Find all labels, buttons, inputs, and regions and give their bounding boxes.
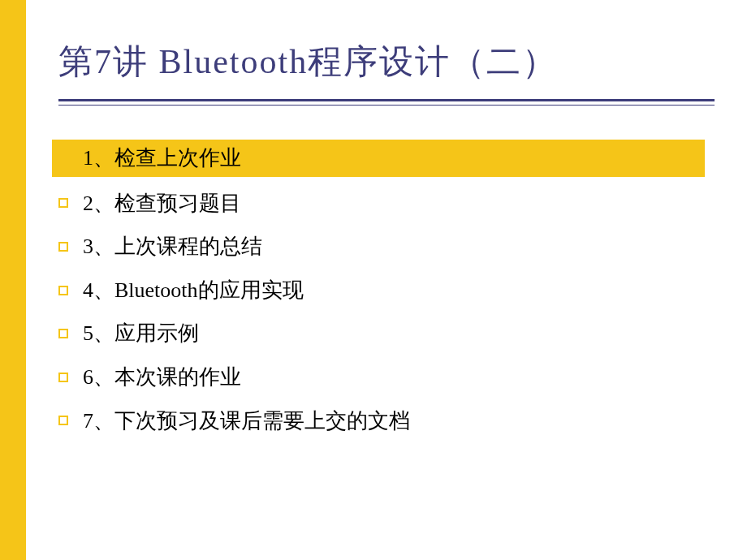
item-text: 3、上次课程的总结 xyxy=(83,230,262,264)
bullet-icon xyxy=(58,373,68,382)
list-item: 3、上次课程的总结 xyxy=(58,230,698,264)
list-item: 2、检查预习题目 xyxy=(58,187,698,221)
item-text: 1、检查上次作业 xyxy=(83,141,241,175)
bullet-icon xyxy=(58,329,68,338)
list-item: 7、下次预习及课后需要上交的文档 xyxy=(58,404,698,438)
item-text: 4、Bluetooth的应用实现 xyxy=(83,274,304,308)
title-underline-thin xyxy=(58,105,715,106)
title-area: 第7讲 Bluetooth程序设计（二） xyxy=(26,0,747,115)
item-text: 7、下次预习及课后需要上交的文档 xyxy=(83,404,410,438)
bullet-icon xyxy=(58,198,68,208)
slide-container: 第7讲 Bluetooth程序设计（二） 1、检查上次作业 2、检查预习题目 3… xyxy=(26,0,747,560)
content-area: 1、检查上次作业 2、检查预习题目 3、上次课程的总结 4、Bluetooth的… xyxy=(26,115,747,437)
item-text: 2、检查预习题目 xyxy=(83,187,241,221)
list-item: 4、Bluetooth的应用实现 xyxy=(58,274,698,308)
item-text: 6、本次课的作业 xyxy=(83,360,241,394)
list-item: 1、检查上次作业 xyxy=(52,140,705,177)
list-item: 6、本次课的作业 xyxy=(58,360,698,394)
list-item: 5、应用示例 xyxy=(58,317,698,351)
title-underline-thick xyxy=(58,99,715,101)
bullet-icon xyxy=(58,242,68,252)
bullet-icon xyxy=(58,286,68,295)
item-text: 5、应用示例 xyxy=(83,317,199,351)
bullet-icon xyxy=(58,416,68,425)
slide-title: 第7讲 Bluetooth程序设计（二） xyxy=(58,39,715,84)
